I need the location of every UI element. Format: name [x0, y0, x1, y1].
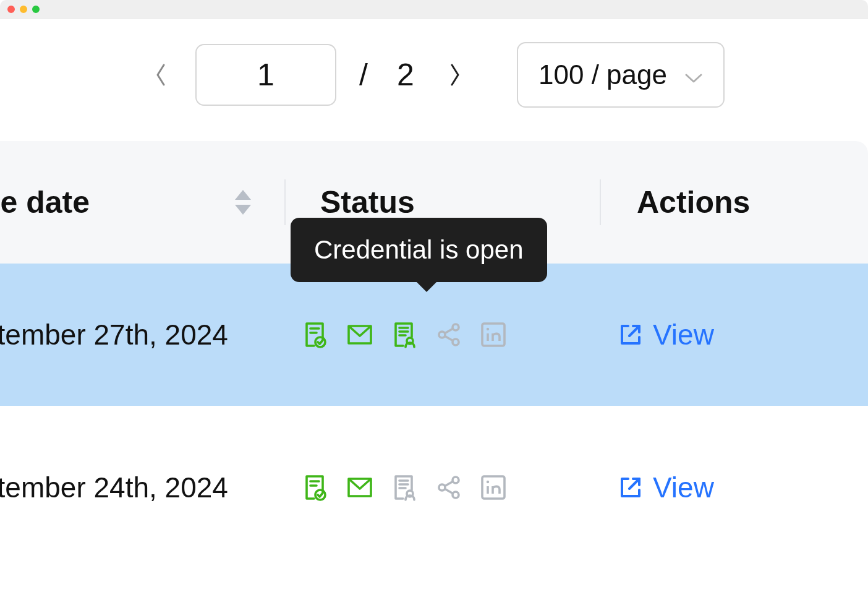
table-row[interactable]: ptember 24th, 2024	[0, 413, 868, 562]
external-link-icon	[618, 475, 643, 500]
view-link[interactable]: View	[618, 318, 714, 351]
column-header-issue-date[interactable]: ue date	[0, 141, 284, 264]
current-page-input[interactable]	[195, 44, 336, 106]
view-link-label: View	[653, 471, 714, 504]
column-header-actions: Actions	[600, 141, 868, 264]
cell-status	[266, 321, 581, 348]
email-icon[interactable]	[346, 321, 373, 348]
credential-open-icon[interactable]	[302, 321, 329, 348]
external-link-icon	[618, 322, 643, 347]
sort-icon[interactable]	[232, 189, 253, 216]
column-header-label: Status	[320, 184, 415, 220]
view-link-label: View	[653, 318, 714, 351]
credential-viewed-icon[interactable]	[391, 321, 418, 348]
window-titlebar	[0, 0, 868, 19]
window-minimize-button[interactable]	[20, 6, 27, 13]
svg-marker-0	[235, 190, 251, 200]
total-pages: 2	[391, 57, 420, 93]
svg-point-34	[487, 481, 489, 483]
svg-line-31	[445, 489, 453, 494]
svg-line-30	[445, 481, 453, 486]
chevron-right-icon	[448, 62, 462, 87]
svg-line-14	[445, 336, 453, 341]
window-close-button[interactable]	[7, 6, 15, 13]
cell-status	[266, 474, 581, 501]
column-divider	[284, 179, 286, 225]
tooltip: Credential is open	[291, 218, 547, 282]
svg-marker-1	[235, 205, 251, 215]
cell-actions: View	[581, 318, 868, 351]
prev-page-button[interactable]	[148, 62, 173, 87]
page-size-select[interactable]: 100 / page	[517, 42, 725, 108]
svg-point-17	[487, 328, 489, 330]
svg-line-13	[445, 328, 453, 333]
view-link[interactable]: View	[618, 471, 714, 504]
svg-line-18	[629, 326, 639, 336]
email-icon[interactable]	[346, 474, 373, 501]
column-header-label: ue date	[0, 184, 90, 220]
svg-line-35	[629, 479, 639, 489]
cell-issue-date: ptember 24th, 2024	[0, 471, 266, 504]
cell-actions: View	[581, 471, 868, 504]
linkedin-icon[interactable]	[480, 474, 507, 501]
pagination: / 2 100 / page	[0, 35, 868, 115]
page-size-label: 100 / page	[538, 59, 667, 90]
credential-open-icon[interactable]	[302, 474, 329, 501]
share-icon[interactable]	[435, 474, 462, 501]
linkedin-icon[interactable]	[480, 321, 507, 348]
chevron-down-icon	[684, 59, 703, 90]
next-page-button[interactable]	[443, 62, 467, 87]
share-icon[interactable]	[435, 321, 462, 348]
column-divider	[600, 179, 601, 225]
page-separator: /	[344, 57, 383, 93]
column-header-label: Actions	[637, 184, 750, 220]
cell-issue-date: ptember 27th, 2024	[0, 318, 266, 351]
credential-viewed-icon[interactable]	[391, 474, 418, 501]
chevron-left-icon	[153, 62, 168, 87]
window-maximize-button[interactable]	[32, 6, 40, 13]
app-window: / 2 100 / page ue date Status	[0, 0, 868, 605]
